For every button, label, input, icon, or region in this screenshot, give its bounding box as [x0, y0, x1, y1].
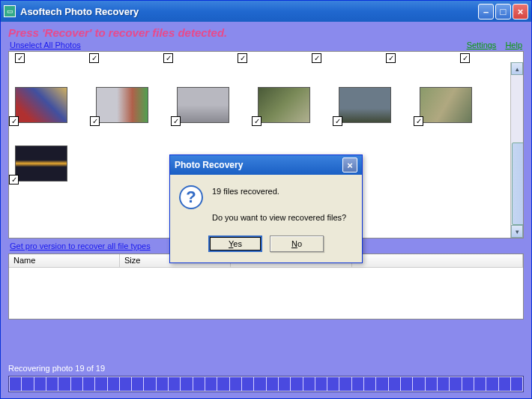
progress-segment: [46, 377, 58, 391]
column-checkbox[interactable]: ✓: [386, 53, 396, 63]
thumbnail-checkbox[interactable]: ✓: [252, 116, 262, 126]
thumbnail-checkbox[interactable]: ✓: [90, 116, 100, 126]
progress-segment: [486, 377, 498, 391]
progress-segment: [71, 377, 82, 391]
column-spacer: [352, 254, 523, 267]
dialog-close-button[interactable]: ×: [342, 158, 357, 172]
progress-segment: [438, 377, 449, 391]
progress-segment: [315, 377, 327, 391]
app-title: Asoftech Photo Recovery: [20, 6, 478, 17]
thumbnail-cell[interactable]: ✓: [258, 87, 310, 123]
no-button[interactable]: No: [270, 236, 324, 252]
thumbnail-cell[interactable]: ✓: [177, 87, 229, 123]
settings-link[interactable]: Settings: [467, 40, 497, 50]
progress-segment: [364, 377, 375, 391]
thumbnail-cell[interactable]: ✓: [420, 87, 472, 123]
progress-segment: [132, 377, 143, 391]
column-name[interactable]: Name: [9, 254, 120, 267]
progress-segment: [291, 377, 302, 391]
vertical-scrollbar[interactable]: ▴ ▾: [510, 62, 523, 238]
minimize-button[interactable]: –: [478, 4, 494, 20]
thumbnail-checkbox[interactable]: ✓: [333, 116, 342, 126]
status-text: Recovering photo 19 of 19: [8, 364, 524, 376]
thumbnail-image[interactable]: [177, 87, 229, 123]
thumbnail-image[interactable]: [339, 87, 391, 123]
dialog-line1: 19 files recovered.: [212, 185, 346, 199]
progress-segment: [169, 377, 180, 391]
progress-segment: [193, 377, 205, 391]
progress-segment: [279, 377, 290, 391]
recovery-dialog: Photo Recovery × ? 19 files recovered. D…: [169, 154, 363, 263]
status-area: Recovering photo 19 of 19: [8, 364, 524, 392]
progress-segment: [157, 377, 168, 391]
scroll-track[interactable]: [511, 75, 523, 225]
progress-segment: [426, 377, 437, 391]
progress-segment: [327, 377, 339, 391]
progress-segment: [230, 377, 241, 391]
thumbnail-cell[interactable]: ✓: [15, 146, 67, 182]
thumbnail-cell[interactable]: ✓: [96, 87, 148, 123]
progress-segment: [389, 377, 400, 391]
scroll-up-icon[interactable]: ▴: [511, 62, 523, 75]
thumbnail-cell[interactable]: ✓: [15, 87, 67, 123]
titlebar: ▭ Asoftech Photo Recovery – □ ×: [1, 1, 531, 22]
progress-segment: [450, 377, 461, 391]
file-table: Name Size Extension: [8, 254, 524, 320]
yes-label: Y: [229, 239, 233, 248]
progress-segment: [108, 377, 119, 391]
get-pro-link[interactable]: Get pro version to recover all file type…: [10, 242, 151, 250]
app-icon: ▭: [4, 5, 16, 17]
thumbnail-image[interactable]: [420, 87, 472, 123]
no-label: N: [291, 239, 297, 248]
progress-segment: [511, 377, 522, 391]
unselect-all-link[interactable]: Unselect All Photos: [10, 40, 81, 50]
progress-segment: [474, 377, 486, 391]
progress-segment: [401, 377, 412, 391]
progress-segment: [462, 377, 474, 391]
instruction-text: Press 'Recover' to recover files detecte…: [1, 22, 531, 40]
dialog-title: Photo Recovery: [175, 160, 243, 170]
thumbnail-image[interactable]: [96, 87, 148, 123]
thumbnail-checkbox[interactable]: ✓: [171, 116, 181, 126]
close-button[interactable]: ×: [513, 4, 528, 20]
scroll-thumb[interactable]: [512, 142, 524, 225]
progress-segment: [352, 377, 363, 391]
progress-segment: [499, 377, 510, 391]
progress-segment: [205, 377, 217, 391]
progress-segment: [242, 377, 253, 391]
column-checkbox[interactable]: ✓: [163, 53, 173, 63]
column-checkbox[interactable]: ✓: [238, 53, 247, 63]
progress-segment: [339, 377, 351, 391]
progress-segment: [181, 377, 192, 391]
progress-segment: [144, 377, 155, 391]
yes-button[interactable]: Yes: [208, 236, 262, 252]
thumbnail-cell[interactable]: ✓: [339, 87, 391, 123]
thumbnail-image[interactable]: [258, 87, 310, 123]
scroll-down-icon[interactable]: ▾: [511, 225, 523, 238]
progress-segment: [267, 377, 278, 391]
thumbnail-checkbox[interactable]: ✓: [9, 175, 19, 184]
column-checkbox[interactable]: ✓: [89, 53, 99, 63]
dialog-message: 19 files recovered. Do you want to view …: [212, 185, 346, 225]
column-checkbox[interactable]: ✓: [15, 53, 25, 63]
progress-segment: [376, 377, 387, 391]
thumbnail-image[interactable]: [15, 87, 67, 123]
dialog-line2: Do you want to view recovered files?: [212, 212, 346, 225]
column-checkbox-row: ✓✓✓✓✓✓✓: [9, 52, 523, 64]
progress-segment: [83, 377, 94, 391]
help-link[interactable]: Help: [505, 40, 522, 50]
progress-segment: [22, 377, 33, 391]
dialog-titlebar: Photo Recovery ×: [170, 155, 362, 175]
column-checkbox[interactable]: ✓: [312, 53, 321, 63]
thumbnail-checkbox[interactable]: ✓: [9, 116, 19, 126]
maximize-button[interactable]: □: [495, 4, 511, 20]
progress-segment: [120, 377, 131, 391]
progress-segment: [10, 377, 21, 391]
progress-segment: [254, 377, 265, 391]
thumbnail-image[interactable]: [15, 146, 67, 182]
column-checkbox[interactable]: ✓: [460, 53, 470, 63]
progress-segment: [58, 377, 70, 391]
thumbnail-checkbox[interactable]: ✓: [414, 116, 423, 126]
progress-segment: [217, 377, 229, 391]
main-window: ▭ Asoftech Photo Recovery – □ × Press 'R…: [0, 0, 532, 399]
